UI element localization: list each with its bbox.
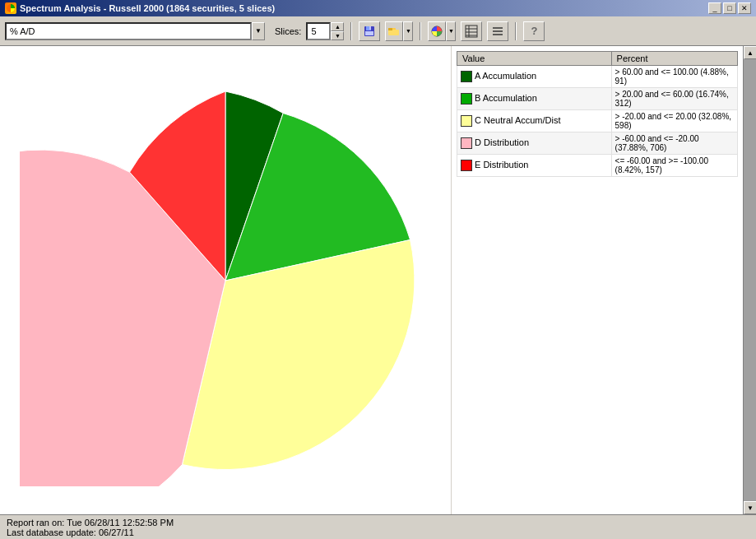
separator-3 bbox=[515, 22, 517, 40]
chart-area bbox=[0, 46, 451, 514]
slices-spinner[interactable]: ▲ ▼ bbox=[331, 22, 344, 40]
open-button-group[interactable]: ▼ bbox=[385, 21, 413, 41]
legend-color-swatch bbox=[461, 160, 472, 171]
separator-1 bbox=[350, 22, 352, 40]
legend-row: A Accumulation> 60.00 and <= 100.00 (4.8… bbox=[457, 66, 738, 88]
window-title: Spectrum Analysis - Russell 2000 (1864 s… bbox=[20, 3, 275, 13]
spin-up[interactable]: ▲ bbox=[331, 22, 344, 31]
db-date-line: Last database update: 06/27/11 bbox=[7, 527, 749, 537]
app-icon bbox=[5, 2, 16, 14]
scroll-track[interactable] bbox=[744, 59, 756, 501]
list-button[interactable] bbox=[487, 21, 508, 41]
dropdown-value: % A/D bbox=[10, 26, 247, 36]
legend-condition-cell: > 20.00 and <= 60.00 (16.74%, 312) bbox=[611, 88, 737, 110]
legend-label-cell: E Distribution bbox=[457, 155, 612, 177]
legend-label: E Distribution bbox=[475, 160, 528, 170]
legend-col-value[interactable]: Value bbox=[457, 52, 612, 66]
legend-condition-cell: > -20.00 and <= 20.00 (32.08%, 598) bbox=[611, 110, 737, 132]
help-button[interactable]: ? bbox=[523, 21, 545, 41]
legend-label-cell: B Accumulation bbox=[457, 88, 612, 110]
legend-condition-cell: <= -60.00 and >= -100.00 (8.42%, 157) bbox=[611, 155, 737, 177]
legend-label: D Distribution bbox=[475, 137, 529, 147]
legend-area: Value Percent A Accumulation> 60.00 and … bbox=[451, 46, 743, 514]
slices-label: Slices: bbox=[275, 26, 301, 36]
legend-condition-cell: > -60.00 and <= -20.00 (37.88%, 706) bbox=[611, 132, 737, 155]
minimize-button[interactable]: _ bbox=[708, 2, 721, 14]
legend-label-cell: D Distribution bbox=[457, 132, 612, 155]
chart-button-group[interactable]: ▼ bbox=[428, 21, 456, 41]
close-button[interactable]: ✕ bbox=[738, 2, 751, 14]
report-label: Report ran on: bbox=[7, 518, 67, 527]
chart-dropdown-arrow[interactable]: ▼ bbox=[446, 21, 456, 41]
db-date: 06/27/11 bbox=[99, 527, 134, 537]
svg-rect-6 bbox=[388, 30, 399, 35]
legend-row: B Accumulation> 20.00 and <= 60.00 (16.7… bbox=[457, 88, 738, 110]
title-bar: Spectrum Analysis - Russell 2000 (1864 s… bbox=[0, 0, 756, 16]
legend-color-swatch bbox=[461, 115, 472, 127]
legend-color-swatch bbox=[461, 71, 472, 82]
legend-color-swatch bbox=[461, 93, 472, 105]
scrollbar[interactable]: ▲ ▼ bbox=[743, 46, 756, 514]
legend-label: A Accumulation bbox=[475, 71, 536, 81]
legend-table: Value Percent A Accumulation> 60.00 and … bbox=[457, 51, 738, 177]
slices-value[interactable]: 5 bbox=[306, 22, 331, 40]
legend-label: C Neutral Accum/Dist bbox=[475, 115, 561, 125]
help-icon: ? bbox=[531, 25, 537, 37]
report-date: Tue 06/28/11 12:52:58 PM bbox=[67, 518, 174, 527]
status-bar: Report ran on: Tue 06/28/11 12:52:58 PM … bbox=[0, 514, 756, 539]
spin-down[interactable]: ▼ bbox=[331, 31, 344, 40]
svg-rect-3 bbox=[369, 26, 371, 30]
open-dropdown-arrow[interactable]: ▼ bbox=[403, 21, 413, 41]
toolbar: % A/D ▼ Slices: 5 ▲ ▼ ▼ bbox=[0, 16, 756, 46]
chart-button[interactable] bbox=[428, 21, 446, 41]
maximize-button[interactable]: □ bbox=[723, 2, 736, 14]
db-label: Last database update: bbox=[7, 527, 99, 537]
svg-rect-4 bbox=[365, 31, 373, 35]
slices-input-group: 5 ▲ ▼ bbox=[306, 22, 344, 40]
legend-row: E Distribution<= -60.00 and >= -100.00 (… bbox=[457, 155, 738, 177]
separator-2 bbox=[420, 22, 421, 40]
legend-col-percent[interactable]: Percent bbox=[611, 52, 737, 66]
legend-row: D Distribution> -60.00 and <= -20.00 (37… bbox=[457, 132, 738, 155]
report-date-line: Report ran on: Tue 06/28/11 12:52:58 PM bbox=[7, 518, 749, 527]
dropdown-arrow[interactable]: ▼ bbox=[252, 22, 265, 40]
save-button[interactable] bbox=[359, 21, 380, 41]
pie-chart bbox=[20, 75, 431, 486]
scroll-up-button[interactable]: ▲ bbox=[744, 46, 756, 59]
legend-label-cell: C Neutral Accum/Dist bbox=[457, 110, 612, 132]
grid-button[interactable] bbox=[461, 21, 482, 41]
open-button[interactable] bbox=[385, 21, 403, 41]
legend-label-cell: A Accumulation bbox=[457, 66, 612, 88]
scroll-down-button[interactable]: ▼ bbox=[744, 501, 756, 514]
legend-row: C Neutral Accum/Dist> -20.00 and <= 20.0… bbox=[457, 110, 738, 132]
legend-color-swatch bbox=[461, 137, 472, 149]
metric-dropdown[interactable]: % A/D bbox=[5, 22, 252, 40]
svg-rect-7 bbox=[388, 28, 392, 30]
legend-label: B Accumulation bbox=[475, 93, 537, 103]
legend-condition-cell: > 60.00 and <= 100.00 (4.88%, 91) bbox=[611, 66, 737, 88]
window-controls[interactable]: _ □ ✕ bbox=[708, 2, 751, 14]
